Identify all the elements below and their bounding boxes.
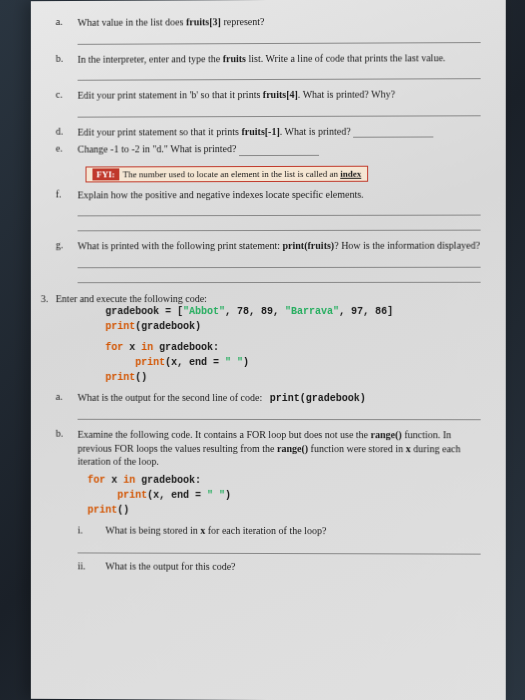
answer-line	[353, 126, 433, 137]
answer-line	[78, 269, 481, 282]
question-3b-ii: ii. What is the output for this code?	[78, 559, 481, 574]
question-3b-i: i. What is being stored in x for each it…	[78, 523, 481, 538]
worksheet-page: a. What value in the list does fruits[3]…	[31, 0, 506, 700]
label-3bi: i.	[78, 523, 106, 537]
code-block-2: for x in gradebook: print(x, end = " ") …	[88, 472, 481, 518]
question-d: d. Edit your print statement so that it …	[56, 124, 481, 139]
answer-line	[239, 144, 319, 155]
answer-line	[78, 254, 481, 268]
answer-line	[78, 203, 481, 217]
fyi-callout: FYI:The number used to locate an element…	[86, 165, 369, 182]
label-d: d.	[56, 125, 78, 139]
question-b: b. In the interpreter, enter and type th…	[56, 51, 481, 81]
answer-line	[78, 30, 481, 45]
answer-line	[78, 407, 481, 420]
label-f: f.	[56, 188, 78, 231]
label-e: e.	[56, 143, 78, 157]
label-3a: a.	[56, 390, 78, 419]
question-f: f. Explain how the positive and negative…	[56, 187, 481, 231]
fyi-label: FYI:	[92, 168, 118, 180]
label-b: b.	[56, 52, 78, 81]
label-a: a.	[56, 16, 78, 45]
question-3a: a. What is the output for the second lin…	[56, 390, 481, 420]
label-3b: b.	[56, 428, 78, 577]
question-3: 3. Enter and execute the following code:…	[56, 292, 481, 578]
answer-line	[78, 540, 481, 554]
code-block-1: gradebook = ["Abbot", 78, 89, "Barrava",…	[105, 303, 480, 384]
answer-line	[78, 103, 481, 117]
question-e: e. Change -1 to -2 in "d." What is print…	[56, 141, 481, 156]
label-3: 3.	[41, 293, 48, 304]
question-g: g. What is printed with the following pr…	[56, 239, 481, 283]
answer-line	[78, 66, 481, 81]
question-3b: b. Examine the following code. It contai…	[56, 428, 481, 578]
label-3bii: ii.	[78, 559, 106, 573]
label-c: c.	[56, 89, 78, 117]
label-g: g.	[56, 239, 78, 282]
question-c: c. Edit your print statement in 'b' so t…	[56, 87, 481, 117]
answer-line	[78, 218, 481, 232]
question-a: a. What value in the list does fruits[3]…	[56, 14, 481, 44]
